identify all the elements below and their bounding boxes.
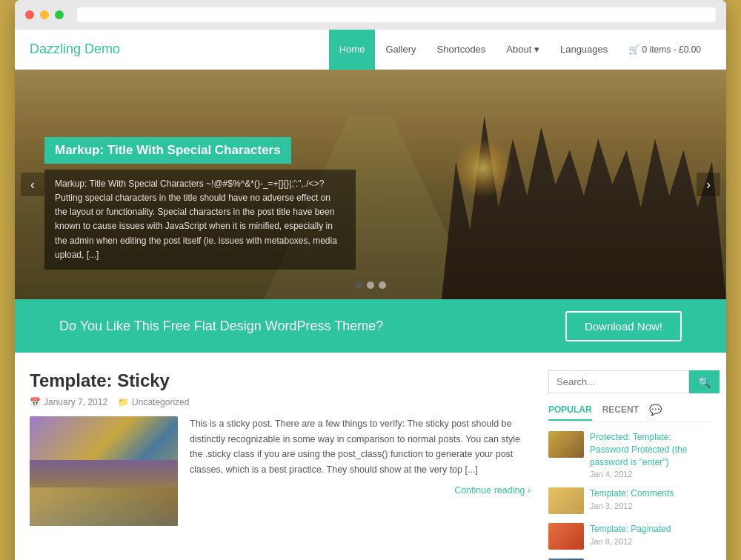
- slider-next-button[interactable]: ›: [697, 173, 720, 196]
- sidebar-thumb-2: [548, 487, 584, 514]
- slider-prev-button[interactable]: ‹: [21, 173, 44, 196]
- slider-dots: [355, 281, 386, 289]
- read-more-link[interactable]: Continue reading ›: [190, 485, 531, 496]
- tab-comments[interactable]: 💬: [649, 404, 662, 421]
- post-meta: 📅 January 7, 2012 📁 Uncategorized: [30, 397, 531, 407]
- search-button[interactable]: 🔍: [689, 370, 720, 393]
- sidebar: 🔍 POPULAR RECENT 💬 Protected: Template: …: [548, 370, 711, 560]
- sidebar-thumb-1: [548, 431, 584, 458]
- sidebar-post-date-3: Jan 8, 2012: [590, 537, 671, 546]
- post-text: This is a sticky post. There are a few t…: [190, 416, 531, 526]
- nav-item-shortcodes[interactable]: Shortcodes: [427, 30, 496, 70]
- close-button-icon[interactable]: [25, 10, 34, 19]
- cta-banner: Do You Like This Free Flat Design WordPr…: [15, 299, 726, 353]
- nav-item-about[interactable]: About ▾: [496, 30, 550, 70]
- post-body: This is a sticky post. There are a few t…: [30, 416, 531, 526]
- search-box: 🔍: [548, 370, 711, 393]
- post-category: 📁 Uncategorized: [118, 397, 189, 407]
- slider-dot-1[interactable]: [355, 281, 362, 289]
- post-date: 📅 January 7, 2012: [30, 397, 107, 407]
- sidebar-post-2: Template: Comments Jan 3, 2012: [548, 487, 711, 514]
- sidebar-post-link-1[interactable]: Protected: Template: Password Protected …: [590, 431, 711, 468]
- main-content: Template: Sticky 📅 January 7, 2012 📁 Unc…: [15, 353, 726, 560]
- slider-text: Markup: Title With Special Characters ~!…: [44, 170, 356, 270]
- sidebar-post-info-3: Template: Paginated Jan 8, 2012: [590, 523, 671, 546]
- site-header: Dazzling Demo Home Gallery Shortcodes Ab…: [15, 30, 726, 70]
- sidebar-thumb-3: [548, 523, 584, 550]
- post-excerpt: This is a sticky post. There are a few t…: [190, 416, 531, 478]
- site-logo: Dazzling Demo: [30, 41, 329, 57]
- sidebar-post-1: Protected: Template: Password Protected …: [548, 431, 711, 479]
- slider-title: Markup: Title With Special Characters: [44, 137, 291, 164]
- search-input[interactable]: [548, 370, 689, 393]
- maximize-button-icon[interactable]: [55, 10, 64, 19]
- cart-icon[interactable]: 🛒 0 items - £0.00: [618, 44, 711, 55]
- sidebar-tabs: POPULAR RECENT 💬: [548, 404, 711, 422]
- nav-item-gallery[interactable]: Gallery: [375, 30, 426, 70]
- download-button[interactable]: Download Now!: [565, 311, 682, 341]
- sidebar-post-link-3[interactable]: Template: Paginated: [590, 523, 671, 536]
- cta-text: Do You Like This Free Flat Design WordPr…: [59, 319, 383, 334]
- slider-dot-2[interactable]: [367, 281, 374, 289]
- sidebar-post-3: Template: Paginated Jan 8, 2012: [548, 523, 711, 550]
- sidebar-post-info-1: Protected: Template: Password Protected …: [590, 431, 711, 479]
- slider-dot-3[interactable]: [379, 281, 386, 289]
- minimize-button-icon[interactable]: [40, 10, 49, 19]
- post-title: Template: Sticky: [30, 370, 531, 391]
- tab-popular[interactable]: POPULAR: [548, 404, 592, 421]
- browser-chrome: [15, 0, 726, 30]
- sidebar-post-date-1: Jan 4, 2012: [590, 470, 711, 479]
- tab-recent[interactable]: RECENT: [602, 404, 639, 421]
- sidebar-post-link-2[interactable]: Template: Comments: [590, 487, 674, 500]
- calendar-icon: 📅: [30, 397, 41, 407]
- sidebar-post-info-2: Template: Comments Jan 3, 2012: [590, 487, 674, 510]
- slider-content: Markup: Title With Special Characters Ma…: [44, 137, 356, 270]
- posts-area: Template: Sticky 📅 January 7, 2012 📁 Unc…: [30, 370, 531, 560]
- hero-slider: ‹ › Markup: Title With Special Character…: [15, 70, 726, 299]
- browser-window: Dazzling Demo Home Gallery Shortcodes Ab…: [15, 0, 726, 560]
- nav-item-home[interactable]: Home: [329, 30, 376, 70]
- folder-icon: 📁: [118, 397, 129, 407]
- sidebar-post-date-2: Jan 3, 2012: [590, 501, 674, 510]
- nav-item-languages[interactable]: Languages: [550, 30, 618, 70]
- post-thumbnail: [30, 416, 178, 526]
- site-nav: Home Gallery Shortcodes About ▾ Language…: [329, 30, 711, 69]
- address-bar[interactable]: [77, 7, 716, 22]
